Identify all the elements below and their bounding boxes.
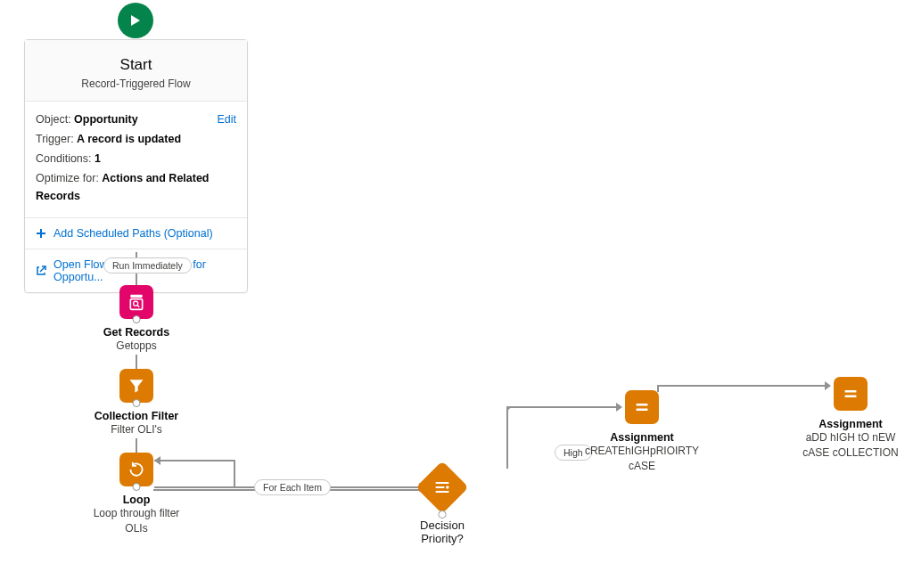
conditions-value: 1 (95, 152, 101, 165)
get-records-node[interactable]: Get Records Getopps (97, 285, 176, 354)
assignment-2-icon-box (834, 377, 868, 411)
trigger-value: A record is updated (77, 133, 181, 145)
plus-icon (36, 228, 46, 239)
get-records-sub: Getopps (97, 339, 176, 354)
assignment-2-sub2: cASE cOLLECTION (797, 446, 904, 461)
equals-icon (841, 384, 860, 404)
assignment-2-sub1: aDD hIGH tO nEW (797, 431, 904, 445)
object-label: Object: (36, 113, 71, 126)
start-play-button[interactable] (118, 3, 153, 38)
optimize-label: Optimize for: (36, 172, 99, 184)
get-records-title: Get Records (97, 326, 176, 339)
svg-point-2 (134, 301, 138, 306)
assignment-1-title: Assignment (584, 431, 700, 444)
add-scheduled-paths-link[interactable]: Add Scheduled Paths (Optional) (25, 218, 247, 249)
svg-rect-0 (130, 295, 142, 298)
connector-filter-to-loop (136, 438, 137, 453)
decision-node[interactable]: Decision Priority? (415, 469, 469, 545)
node-port (133, 315, 141, 323)
start-card-body: Edit Object: Opportunity Trigger: A reco… (25, 102, 247, 218)
add-scheduled-paths-label: Add Scheduled Paths (Optional) (53, 227, 213, 240)
for-each-item-pill: For Each Item (254, 479, 331, 495)
svg-rect-1 (130, 299, 142, 310)
loop-sub1: Loop through filter (86, 507, 186, 521)
edit-link[interactable]: Edit (217, 110, 236, 128)
equals-icon (632, 397, 652, 417)
decision-title: Decision (415, 519, 469, 532)
lookup-icon (127, 293, 145, 311)
loop-title: Loop (86, 494, 186, 506)
arrow-back-to-loop (154, 456, 160, 465)
assignment-1-sub2: cASE (584, 460, 700, 474)
start-card-header: Start Record-Triggered Flow (25, 40, 247, 102)
get-records-icon (119, 285, 153, 319)
loop-icon-box (119, 453, 153, 486)
assignment-2-node[interactable]: Assignment aDD hIGH tO nEW cASE cOLLECTI… (797, 377, 904, 460)
connector-a1-up-h1 (657, 385, 728, 387)
assignment-1-node[interactable]: Assignment cREATEhIGHpRIOIRTY cASE (584, 390, 700, 473)
start-subtitle: Record-Triggered Flow (34, 78, 238, 90)
connector-decision-up (506, 406, 508, 469)
loop-node[interactable]: Loop Loop through filter OLIs (86, 453, 186, 535)
collection-filter-icon (119, 369, 153, 403)
assignment-1-sub1: cREATEhIGHpRIOIRTY (584, 445, 700, 459)
collection-filter-sub: Filter OLI's (90, 423, 183, 437)
svg-point-3 (446, 486, 448, 488)
assignment-1-icon-box (625, 390, 659, 424)
object-value: Opportunity (74, 113, 138, 126)
node-port (133, 483, 141, 491)
loop-sub2: OLIs (86, 522, 186, 536)
assignment-2-title: Assignment (797, 418, 904, 430)
external-link-icon (36, 265, 46, 276)
node-port (133, 399, 141, 407)
decision-sub: Priority? (415, 532, 469, 545)
trigger-label: Trigger: (36, 133, 74, 145)
collection-filter-title: Collection Filter (90, 410, 183, 422)
connector-back-to-loop (154, 460, 234, 461)
play-icon (128, 13, 143, 28)
collection-filter-node[interactable]: Collection Filter Filter OLI's (90, 369, 183, 437)
start-title: Start (34, 56, 238, 74)
conditions-label: Conditions: (36, 152, 92, 165)
loop-icon (127, 461, 145, 478)
filter-icon (127, 377, 145, 395)
run-immediately-pill: Run Immediately (103, 257, 192, 274)
decision-icon (433, 478, 451, 496)
connector-getrecords-to-filter (136, 355, 137, 369)
corner-decision (506, 406, 515, 415)
decision-diamond (415, 461, 468, 513)
connector-back-v (234, 460, 235, 486)
